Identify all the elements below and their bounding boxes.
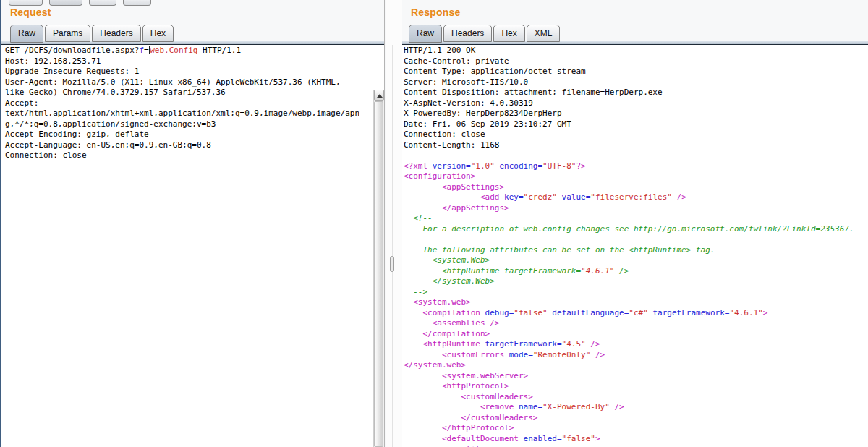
request-pane: Request RawParamsHeadersHex GET /DCFS/do… [0,0,385,447]
code-line: --> [404,287,868,298]
code-line: <add key="credz" value="fileserve:files"… [404,192,868,203]
code-line: Connection: close [5,150,384,161]
code-line: X-AspNet-Version: 4.0.30319 [404,98,868,109]
response-raw-text: HTTP/1.1 200 OKCache-Control: privateCon… [402,45,868,447]
code-line: Accept: [5,98,384,109]
code-line: <system.webServer> [404,371,868,382]
code-line: </system.Web> [404,276,868,287]
scroll-up-button[interactable] [374,90,384,101]
response-editor[interactable]: HTTP/1.1 200 OKCache-Control: privateCon… [402,45,868,447]
response-tab-xml[interactable]: XML [527,25,561,42]
code-line: X-PoweredBy: HerpDerp8234DerpHerp [404,108,868,119]
code-line: </customHeaders> [404,413,868,424]
response-tabs: RawHeadersHexXML [409,25,560,42]
code-line [404,150,868,161]
code-line: Date: Fri, 06 Sep 2019 23:10:27 GMT [404,119,868,130]
code-line: <compilation debug="false" defaultLangua… [404,308,868,319]
code-line: Content-Type: application/octet-stream [404,67,868,77]
code-line: <assemblies /> [404,318,868,329]
code-line: Server: Microsoft-IIS/10.0 [404,77,868,88]
code-line: </compilation> [404,329,868,340]
response-tab-raw[interactable]: Raw [409,25,442,43]
code-line: text/html,application/xhtml+xml,applicat… [5,108,384,119]
code-line: Host: 192.168.253.71 [5,56,384,67]
toolbar-button-cutoff[interactable] [89,0,116,6]
request-tab-headers[interactable]: Headers [92,25,140,42]
code-line: <defaultDocument enabled="false"> [404,434,868,445]
burp-repeater-view: Request RawParamsHeadersHex GET /DCFS/do… [0,0,868,447]
response-tab-headers[interactable]: Headers [443,25,492,42]
code-line: For a description of web.config changes … [404,224,868,235]
code-line: User-Agent: Mozilla/5.0 (X11; Linux x86_… [5,77,384,88]
code-line: <httpRuntime targetFramework="4.5" /> [404,339,868,350]
code-line: </system.web> [404,360,868,371]
request-raw-text: GET /DCFS/downloadfile.aspx?f=web.Config… [1,45,384,161]
code-line: <system.Web> [404,255,868,266]
response-pane: Response RawHeadersHexXML HTTP/1.1 200 O… [402,0,868,447]
code-line: <customHeaders> [404,392,868,403]
code-line: Accept-Encoding: gzip, deflate [5,129,384,140]
request-scrollbar[interactable] [373,90,384,447]
code-line: <configuration> [404,171,868,182]
code-line: Cache-Control: private [404,56,868,67]
repeater-toolbar [9,0,151,6]
code-line: Content-Disposition: attachment; filenam… [404,88,868,98]
code-line: like Gecko) Chrome/74.0.3729.157 Safari/… [5,88,384,98]
arrow-up-icon [377,94,383,98]
code-line: Accept-Language: en-US,en;q=0.9,en-GB;q=… [5,140,384,151]
code-line: <appSettings> [404,182,868,193]
toolbar-button-cutoff[interactable] [9,0,43,6]
scrollbar-thumb[interactable] [374,101,383,447]
code-line: The following attributes can be set on t… [404,245,868,256]
code-line: <httpRuntime targetFramework="4.6.1" /> [404,266,868,277]
toolbar-button-cutoff[interactable] [49,0,82,6]
code-line: </httpProtocol> [404,423,868,434]
splitter-handle[interactable] [390,256,394,272]
code-line: <system.web> [404,297,868,308]
response-title: Response [411,7,461,18]
response-tab-hex[interactable]: Hex [493,25,524,42]
code-line: Content-Length: 1168 [404,140,868,151]
request-tab-params[interactable]: Params [45,25,90,42]
request-tab-hex[interactable]: Hex [142,25,174,42]
code-line: GET /DCFS/downloadfile.aspx?f=web.Config… [5,46,384,56]
code-line: <httpProtocol> [404,381,868,392]
code-line [404,234,868,245]
pane-divider [386,0,402,447]
divider-line [392,45,393,447]
request-tabs: RawParamsHeadersHex [10,25,174,42]
code-line: <files> [404,444,868,447]
code-line: g,*/*;q=0.8,application/signed-exchange;… [5,119,384,130]
code-line: <remove name="X-Powered-By" /> [404,402,868,413]
code-line: </appSettings> [404,203,868,214]
code-line: <?xml version="1.0" encoding="UTF-8"?> [404,161,868,172]
request-tab-raw[interactable]: Raw [10,25,43,43]
request-editor[interactable]: GET /DCFS/downloadfile.aspx?f=web.Config… [1,45,384,447]
code-line: Upgrade-Insecure-Requests: 1 [5,67,384,77]
code-line: Connection: close [404,129,868,140]
code-line: <customErrors mode="RemoteOnly" /> [404,350,868,361]
code-line: HTTP/1.1 200 OK [404,46,868,56]
request-title: Request [10,7,51,18]
toolbar-button-cutoff[interactable] [123,0,151,6]
code-line: <!-- [404,213,868,224]
